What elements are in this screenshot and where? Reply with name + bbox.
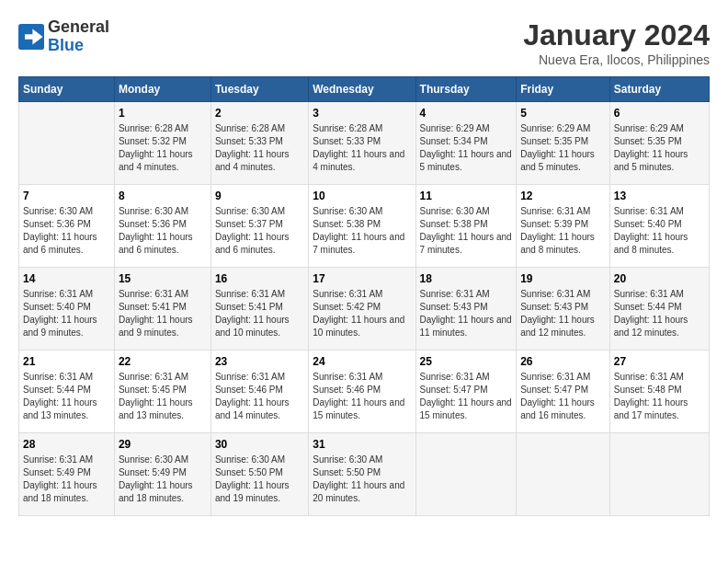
table-cell: 3 Sunrise: 6:28 AMSunset: 5:33 PMDayligh…	[309, 102, 415, 185]
table-cell: 6 Sunrise: 6:29 AMSunset: 5:35 PMDayligh…	[609, 102, 709, 185]
day-info: Sunrise: 6:31 AMSunset: 5:40 PMDaylight:…	[614, 205, 705, 257]
header-wednesday: Wednesday	[309, 77, 415, 102]
day-number: 19	[520, 272, 606, 285]
calendar-table: Sunday Monday Tuesday Wednesday Thursday…	[18, 76, 710, 516]
day-number: 11	[420, 190, 513, 202]
table-cell: 8 Sunrise: 6:30 AMSunset: 5:36 PMDayligh…	[114, 185, 210, 268]
day-number: 26	[520, 355, 606, 368]
day-info: Sunrise: 6:31 AMSunset: 5:44 PMDaylight:…	[614, 288, 705, 339]
day-number: 10	[313, 190, 411, 202]
table-cell: 16 Sunrise: 6:31 AMSunset: 5:41 PMDaylig…	[210, 268, 308, 350]
day-info: Sunrise: 6:31 AMSunset: 5:47 PMDaylight:…	[420, 371, 513, 422]
day-info: Sunrise: 6:31 AMSunset: 5:40 PMDaylight:…	[23, 288, 110, 339]
header-saturday: Saturday	[609, 77, 709, 102]
day-number: 9	[215, 190, 304, 202]
logo-icon	[18, 24, 44, 50]
day-number: 27	[614, 355, 705, 368]
day-info: Sunrise: 6:31 AMSunset: 5:44 PMDaylight:…	[23, 371, 110, 422]
header-sunday: Sunday	[19, 77, 115, 102]
day-info: Sunrise: 6:31 AMSunset: 5:46 PMDaylight:…	[313, 371, 411, 422]
table-cell: 9 Sunrise: 6:30 AMSunset: 5:37 PMDayligh…	[210, 185, 308, 268]
day-info: Sunrise: 6:29 AMSunset: 5:35 PMDaylight:…	[614, 122, 705, 174]
day-number: 2	[215, 107, 304, 120]
table-row: 7 Sunrise: 6:30 AMSunset: 5:36 PMDayligh…	[19, 185, 710, 268]
table-cell: 29 Sunrise: 6:30 AMSunset: 5:49 PMDaylig…	[114, 433, 210, 516]
day-info: Sunrise: 6:28 AMSunset: 5:32 PMDaylight:…	[119, 122, 207, 174]
day-info: Sunrise: 6:30 AMSunset: 5:38 PMDaylight:…	[420, 205, 513, 257]
table-cell: 20 Sunrise: 6:31 AMSunset: 5:44 PMDaylig…	[609, 268, 709, 350]
table-cell: 5 Sunrise: 6:29 AMSunset: 5:35 PMDayligh…	[517, 102, 610, 185]
day-number: 7	[23, 190, 110, 202]
logo-text: General Blue	[48, 18, 109, 55]
day-info: Sunrise: 6:29 AMSunset: 5:35 PMDaylight:…	[520, 122, 606, 174]
day-number: 12	[520, 190, 606, 202]
table-cell	[19, 102, 115, 185]
title-block: January 2024 Nueva Era, Ilocos, Philippi…	[523, 18, 710, 67]
day-number: 30	[215, 438, 304, 451]
header-monday: Monday	[114, 77, 210, 102]
table-cell: 15 Sunrise: 6:31 AMSunset: 5:41 PMDaylig…	[114, 268, 210, 350]
day-info: Sunrise: 6:29 AMSunset: 5:34 PMDaylight:…	[420, 122, 513, 174]
table-cell: 24 Sunrise: 6:31 AMSunset: 5:46 PMDaylig…	[309, 350, 415, 433]
header-friday: Friday	[517, 77, 610, 102]
day-info: Sunrise: 6:31 AMSunset: 5:43 PMDaylight:…	[420, 288, 513, 339]
table-row: 1 Sunrise: 6:28 AMSunset: 5:32 PMDayligh…	[19, 102, 710, 185]
day-number: 25	[420, 355, 513, 368]
header-thursday: Thursday	[415, 77, 517, 102]
day-number: 23	[215, 355, 304, 368]
weekday-header-row: Sunday Monday Tuesday Wednesday Thursday…	[19, 77, 710, 102]
table-cell: 1 Sunrise: 6:28 AMSunset: 5:32 PMDayligh…	[114, 102, 210, 185]
day-info: Sunrise: 6:31 AMSunset: 5:39 PMDaylight:…	[520, 205, 606, 257]
day-info: Sunrise: 6:28 AMSunset: 5:33 PMDaylight:…	[313, 122, 411, 174]
day-info: Sunrise: 6:30 AMSunset: 5:36 PMDaylight:…	[23, 205, 110, 257]
day-number: 6	[614, 107, 705, 120]
table-cell: 2 Sunrise: 6:28 AMSunset: 5:33 PMDayligh…	[210, 102, 308, 185]
table-cell	[415, 433, 517, 516]
table-cell: 7 Sunrise: 6:30 AMSunset: 5:36 PMDayligh…	[19, 185, 115, 268]
day-info: Sunrise: 6:31 AMSunset: 5:41 PMDaylight:…	[215, 288, 304, 339]
table-cell: 12 Sunrise: 6:31 AMSunset: 5:39 PMDaylig…	[517, 185, 610, 268]
day-number: 18	[420, 272, 513, 285]
day-info: Sunrise: 6:30 AMSunset: 5:50 PMDaylight:…	[313, 454, 411, 505]
day-number: 15	[119, 272, 207, 285]
table-cell: 31 Sunrise: 6:30 AMSunset: 5:50 PMDaylig…	[309, 433, 415, 516]
table-cell: 22 Sunrise: 6:31 AMSunset: 5:45 PMDaylig…	[114, 350, 210, 433]
calendar-title: January 2024	[523, 18, 710, 52]
table-cell: 17 Sunrise: 6:31 AMSunset: 5:42 PMDaylig…	[309, 268, 415, 350]
day-number: 5	[520, 107, 606, 120]
day-number: 28	[23, 438, 110, 451]
table-cell: 26 Sunrise: 6:31 AMSunset: 5:47 PMDaylig…	[517, 350, 610, 433]
table-cell: 4 Sunrise: 6:29 AMSunset: 5:34 PMDayligh…	[415, 102, 517, 185]
calendar-subtitle: Nueva Era, Ilocos, Philippines	[523, 52, 710, 67]
day-info: Sunrise: 6:31 AMSunset: 5:45 PMDaylight:…	[119, 371, 207, 422]
header-tuesday: Tuesday	[210, 77, 308, 102]
day-info: Sunrise: 6:28 AMSunset: 5:33 PMDaylight:…	[215, 122, 304, 174]
day-info: Sunrise: 6:31 AMSunset: 5:48 PMDaylight:…	[614, 371, 705, 422]
table-cell: 13 Sunrise: 6:31 AMSunset: 5:40 PMDaylig…	[609, 185, 709, 268]
table-row: 28 Sunrise: 6:31 AMSunset: 5:49 PMDaylig…	[19, 433, 710, 516]
table-cell: 23 Sunrise: 6:31 AMSunset: 5:46 PMDaylig…	[210, 350, 308, 433]
day-number: 22	[119, 355, 207, 368]
table-cell: 19 Sunrise: 6:31 AMSunset: 5:43 PMDaylig…	[517, 268, 610, 350]
day-number: 20	[614, 272, 705, 285]
day-info: Sunrise: 6:31 AMSunset: 5:47 PMDaylight:…	[520, 371, 606, 422]
day-info: Sunrise: 6:31 AMSunset: 5:46 PMDaylight:…	[215, 371, 304, 422]
day-info: Sunrise: 6:30 AMSunset: 5:36 PMDaylight:…	[119, 205, 207, 257]
day-number: 21	[23, 355, 110, 368]
table-cell: 25 Sunrise: 6:31 AMSunset: 5:47 PMDaylig…	[415, 350, 517, 433]
table-cell: 28 Sunrise: 6:31 AMSunset: 5:49 PMDaylig…	[19, 433, 115, 516]
day-number: 3	[313, 107, 411, 120]
day-info: Sunrise: 6:30 AMSunset: 5:49 PMDaylight:…	[119, 454, 207, 505]
day-number: 1	[119, 107, 207, 120]
table-cell	[517, 433, 610, 516]
day-info: Sunrise: 6:31 AMSunset: 5:41 PMDaylight:…	[119, 288, 207, 339]
table-row: 14 Sunrise: 6:31 AMSunset: 5:40 PMDaylig…	[19, 268, 710, 350]
table-cell: 18 Sunrise: 6:31 AMSunset: 5:43 PMDaylig…	[415, 268, 517, 350]
day-number: 24	[313, 355, 411, 368]
table-cell: 30 Sunrise: 6:30 AMSunset: 5:50 PMDaylig…	[210, 433, 308, 516]
table-cell: 27 Sunrise: 6:31 AMSunset: 5:48 PMDaylig…	[609, 350, 709, 433]
table-cell: 21 Sunrise: 6:31 AMSunset: 5:44 PMDaylig…	[19, 350, 115, 433]
day-info: Sunrise: 6:30 AMSunset: 5:37 PMDaylight:…	[215, 205, 304, 257]
day-number: 17	[313, 272, 411, 285]
table-cell	[609, 433, 709, 516]
